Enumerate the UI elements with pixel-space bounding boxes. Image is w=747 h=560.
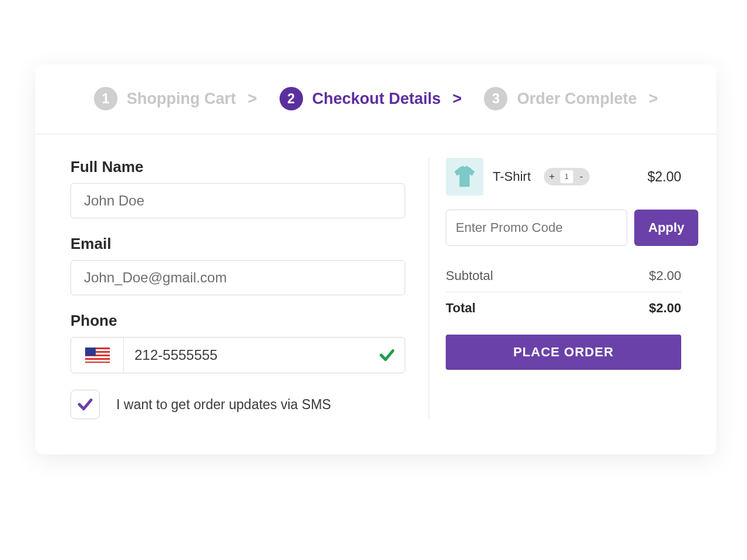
phone-input-group — [70, 337, 405, 373]
field-email: Email — [70, 235, 405, 295]
checkmark-icon — [76, 396, 94, 413]
full-name-label: Full Name — [70, 158, 405, 176]
country-code-selector[interactable] — [71, 338, 124, 373]
step-number: 1 — [94, 87, 117, 110]
step-label: Order Complete — [517, 90, 637, 108]
email-label: Email — [70, 235, 405, 253]
qty-decrease-button[interactable]: - — [573, 168, 590, 185]
total-label: Total — [446, 301, 476, 316]
chevron-right-icon: > — [453, 90, 462, 108]
step-checkout-details[interactable]: 2 Checkout Details > — [280, 87, 462, 110]
step-number: 3 — [484, 87, 507, 110]
total-value: $2.00 — [649, 301, 681, 316]
checkout-card: 1 Shopping Cart > 2 Checkout Details > 3… — [35, 65, 716, 454]
promo-code-input[interactable] — [446, 210, 627, 246]
step-label: Shopping Cart — [127, 90, 236, 108]
chevron-right-icon: > — [248, 90, 257, 108]
apply-promo-button[interactable]: Apply — [634, 210, 698, 246]
sms-optin-label: I want to get order updates via SMS — [116, 397, 331, 413]
subtotal-value: $2.00 — [649, 268, 681, 284]
email-input[interactable] — [70, 260, 405, 295]
qty-increase-button[interactable]: + — [544, 168, 560, 185]
phone-label: Phone — [70, 312, 405, 330]
cart-item: T-Shirt + 1 - $2.00 — [446, 158, 681, 195]
checkout-body: Full Name Email Phone — [35, 134, 716, 454]
promo-row: Apply — [446, 210, 681, 246]
full-name-input[interactable] — [70, 183, 405, 218]
qty-value: 1 — [560, 170, 573, 183]
flag-us-icon — [85, 348, 110, 363]
sms-optin-row: I want to get order updates via SMS — [70, 390, 405, 419]
phone-input[interactable] — [124, 338, 369, 373]
total-row: Total $2.00 — [446, 292, 681, 324]
tshirt-icon — [451, 163, 478, 190]
checkout-form: Full Name Email Phone — [70, 158, 429, 419]
quantity-stepper: + 1 - — [544, 168, 590, 185]
chevron-right-icon: > — [648, 90, 658, 108]
order-summary: T-Shirt + 1 - $2.00 Apply Subtotal $2.00… — [429, 158, 681, 419]
subtotal-row: Subtotal $2.00 — [446, 260, 681, 292]
step-label: Checkout Details — [312, 90, 441, 108]
phone-valid-indicator — [369, 346, 405, 364]
step-order-complete[interactable]: 3 Order Complete > — [484, 87, 658, 110]
product-price: $2.00 — [647, 169, 681, 185]
checkmark-icon — [378, 346, 396, 364]
step-shopping-cart[interactable]: 1 Shopping Cart > — [94, 87, 257, 110]
subtotal-label: Subtotal — [446, 268, 493, 284]
field-phone: Phone — [70, 312, 405, 373]
step-number: 2 — [280, 87, 303, 110]
sms-optin-checkbox[interactable] — [70, 390, 100, 419]
place-order-button[interactable]: PLACE ORDER — [446, 335, 681, 370]
field-full-name: Full Name — [70, 158, 405, 218]
product-name: T-Shirt — [493, 169, 531, 184]
product-thumbnail — [446, 158, 483, 195]
progress-steps: 1 Shopping Cart > 2 Checkout Details > 3… — [35, 65, 716, 134]
